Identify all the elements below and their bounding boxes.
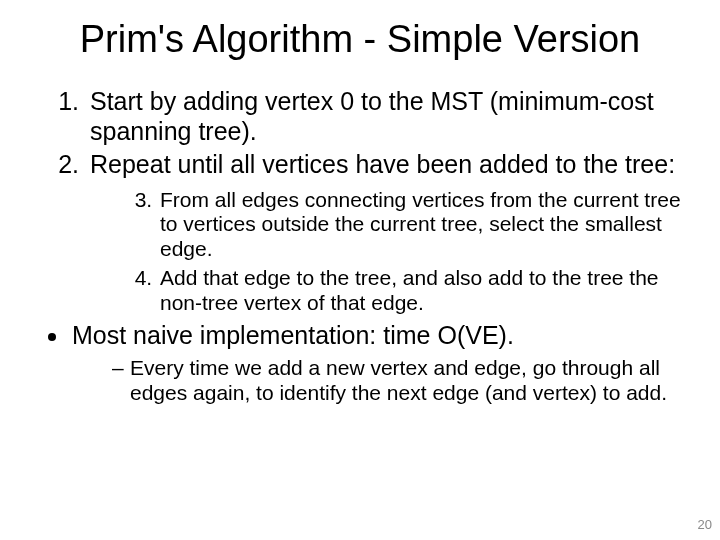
step-4: Add that edge to the tree, and also add … xyxy=(158,266,690,316)
slide: Prim's Algorithm - Simple Version Start … xyxy=(0,0,720,540)
step-2: Repeat until all vertices have been adde… xyxy=(86,150,690,315)
sub-list: From all edges connecting vertices from … xyxy=(90,188,690,316)
main-list: Start by adding vertex 0 to the MST (min… xyxy=(30,87,690,315)
step-3: From all edges connecting vertices from … xyxy=(158,188,690,262)
note-sub-list: Every time we add a new vertex and edge,… xyxy=(72,355,690,405)
step-1: Start by adding vertex 0 to the MST (min… xyxy=(86,87,690,146)
step-2-text: Repeat until all vertices have been adde… xyxy=(90,150,675,178)
slide-title: Prim's Algorithm - Simple Version xyxy=(30,18,690,61)
note-text: Most naive implementation: time O(VE). xyxy=(72,321,514,349)
page-number: 20 xyxy=(698,517,712,532)
note-sub: Every time we add a new vertex and edge,… xyxy=(112,355,690,405)
note-list: Most naive implementation: time O(VE). E… xyxy=(30,321,690,405)
note-line: Most naive implementation: time O(VE). E… xyxy=(70,321,690,405)
